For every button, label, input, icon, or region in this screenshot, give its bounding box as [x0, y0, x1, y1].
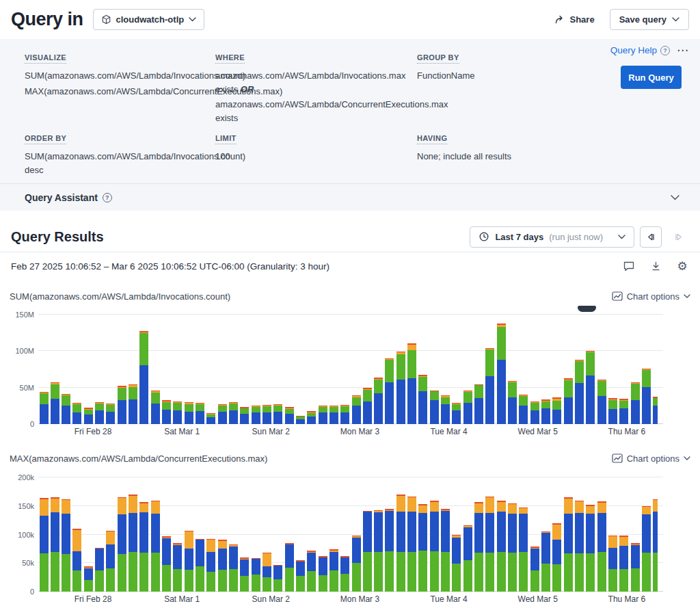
bar[interactable]: [485, 497, 494, 592]
bar[interactable]: [84, 566, 93, 592]
bar[interactable]: [329, 549, 338, 592]
chevron-down-icon[interactable]: [671, 195, 679, 200]
bar[interactable]: [631, 382, 640, 424]
bar[interactable]: [407, 497, 416, 592]
overflow-menu-button[interactable]: ⋯: [677, 47, 689, 54]
bar[interactable]: [575, 501, 584, 592]
bar[interactable]: [262, 553, 271, 592]
run-query-button[interactable]: Run Query: [621, 66, 682, 89]
bar[interactable]: [541, 531, 550, 592]
bar[interactable]: [285, 543, 294, 592]
bar[interactable]: [519, 508, 528, 592]
bar[interactable]: [129, 495, 137, 592]
bar[interactable]: [106, 404, 115, 424]
bar[interactable]: [252, 406, 260, 424]
bar[interactable]: [151, 391, 160, 425]
bar[interactable]: [474, 502, 483, 592]
bar[interactable]: [118, 497, 126, 592]
bar[interactable]: [396, 352, 405, 424]
bar[interactable]: [374, 510, 383, 592]
bar[interactable]: [619, 536, 628, 592]
bar[interactable]: [162, 400, 171, 424]
bar[interactable]: [340, 556, 349, 592]
bar[interactable]: [139, 502, 148, 592]
bar[interactable]: [619, 399, 628, 424]
bar[interactable]: [430, 501, 439, 592]
bar[interactable]: [196, 539, 204, 592]
bar[interactable]: [374, 378, 383, 424]
bar[interactable]: [597, 380, 606, 425]
limit-section[interactable]: LIMIT 100: [215, 131, 412, 163]
bar[interactable]: [564, 378, 573, 424]
bar[interactable]: [229, 402, 238, 424]
bar[interactable]: [441, 509, 450, 592]
bar[interactable]: [72, 529, 81, 592]
bar[interactable]: [240, 407, 249, 424]
share-button[interactable]: Share: [554, 14, 594, 25]
bar[interactable]: [307, 411, 316, 424]
bar[interactable]: [452, 535, 461, 592]
visualize-section[interactable]: VISUALIZE SUM(amazonaws.com/AWS/Lambda/I…: [25, 51, 208, 100]
bar[interactable]: [72, 403, 81, 424]
bar[interactable]: [319, 556, 327, 592]
bar[interactable]: [296, 560, 305, 592]
bar[interactable]: [329, 406, 338, 424]
bar[interactable]: [530, 401, 539, 425]
bar[interactable]: [252, 558, 260, 592]
bar[interactable]: [552, 397, 561, 424]
bar[interactable]: [273, 404, 282, 424]
bar[interactable]: [519, 395, 528, 424]
bar[interactable]: [352, 395, 361, 424]
comment-icon[interactable]: [622, 259, 636, 273]
bar[interactable]: [608, 536, 617, 592]
bar[interactable]: [218, 540, 227, 592]
time-range-dropdown[interactable]: Last 7 days (run just now): [470, 226, 634, 248]
bar[interactable]: [151, 501, 160, 592]
bar[interactable]: [240, 557, 249, 592]
bar[interactable]: [51, 497, 59, 592]
bar[interactable]: [463, 391, 472, 425]
bar[interactable]: [185, 402, 193, 424]
bar[interactable]: [307, 551, 316, 592]
bar[interactable]: [385, 509, 394, 592]
bar[interactable]: [352, 536, 361, 592]
bar[interactable]: [642, 369, 651, 425]
bar[interactable]: [653, 397, 658, 424]
save-query-button[interactable]: Save query: [610, 9, 689, 30]
bar[interactable]: [62, 499, 70, 592]
settings-gear-icon[interactable]: ⚙: [675, 259, 689, 273]
bar[interactable]: [196, 403, 204, 424]
bar[interactable]: [273, 565, 282, 592]
bar[interactable]: [206, 413, 215, 424]
bar[interactable]: [430, 391, 439, 425]
bar[interactable]: [485, 348, 494, 424]
bar[interactable]: [173, 543, 182, 592]
bar[interactable]: [40, 498, 49, 592]
bar[interactable]: [508, 381, 517, 424]
bar[interactable]: [653, 499, 658, 592]
bar[interactable]: [452, 403, 461, 424]
bar[interactable]: [40, 392, 49, 424]
chart-options-button[interactable]: Chart options: [612, 453, 690, 464]
bar[interactable]: [218, 404, 227, 424]
annotation-marker[interactable]: [578, 306, 596, 312]
bar[interactable]: [62, 394, 70, 424]
bar[interactable]: [262, 405, 271, 424]
bar[interactable]: [95, 402, 104, 424]
bar[interactable]: [463, 525, 472, 592]
bar[interactable]: [206, 539, 215, 592]
group-by-section[interactable]: GROUP BY FunctionName: [417, 51, 588, 83]
bar[interactable]: [319, 406, 327, 424]
query-help-link[interactable]: Query Help ?: [610, 45, 670, 55]
bar[interactable]: [185, 531, 193, 592]
bar[interactable]: [631, 543, 640, 592]
bar[interactable]: [608, 398, 617, 424]
bar[interactable]: [541, 399, 550, 424]
bar[interactable]: [564, 497, 573, 592]
bar[interactable]: [396, 495, 405, 592]
history-back-button[interactable]: [640, 226, 662, 248]
bar[interactable]: [575, 360, 584, 424]
bar[interactable]: [340, 405, 349, 424]
bar[interactable]: [129, 384, 137, 424]
bar[interactable]: [407, 343, 416, 424]
